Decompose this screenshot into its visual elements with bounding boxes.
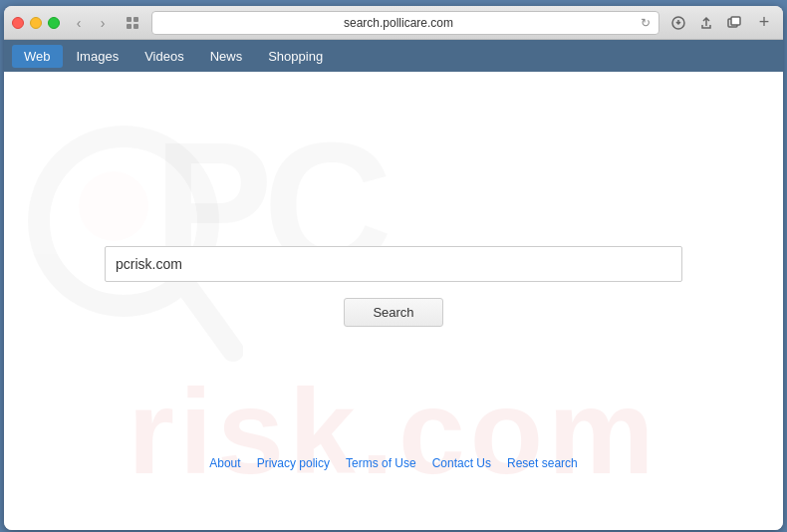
address-bar[interactable]: search.pollicare.com ↻ (151, 11, 659, 35)
search-button[interactable]: Search (344, 298, 442, 327)
maximize-button[interactable] (48, 17, 60, 29)
watermark-risk: risk.com (128, 363, 659, 500)
search-area: Search (105, 246, 682, 327)
reload-icon[interactable]: ↻ (641, 16, 651, 30)
page-content: PC risk.com Search About Privacy policy … (4, 72, 783, 530)
minimize-button[interactable] (30, 17, 42, 29)
search-input-wrapper (105, 246, 682, 282)
privacy-policy-link[interactable]: Privacy policy (257, 456, 330, 470)
traffic-lights (12, 17, 60, 29)
url-display: search.pollicare.com (160, 16, 637, 30)
svg-point-8 (79, 171, 148, 241)
add-tab-button[interactable]: + (753, 12, 775, 34)
browser-window: ‹ › search.pollicare.com ↻ (4, 6, 783, 530)
svg-rect-3 (133, 24, 138, 29)
reset-search-link[interactable]: Reset search (507, 456, 578, 470)
toolbar-icons (667, 12, 745, 34)
download-icon[interactable] (667, 12, 689, 34)
title-bar: ‹ › search.pollicare.com ↻ (4, 6, 783, 40)
svg-rect-1 (133, 17, 138, 22)
terms-of-use-link[interactable]: Terms of Use (346, 456, 416, 470)
tab-videos[interactable]: Videos (132, 45, 196, 68)
nav-tabs-bar: Web Images Videos News Shopping (4, 40, 783, 72)
forward-button[interactable]: › (92, 12, 114, 34)
tab-icon[interactable] (122, 12, 143, 34)
contact-us-link[interactable]: Contact Us (432, 456, 491, 470)
share-icon[interactable] (695, 12, 717, 34)
tab-news[interactable]: News (198, 45, 255, 68)
footer-links: About Privacy policy Terms of Use Contac… (209, 456, 577, 470)
svg-rect-0 (127, 17, 131, 22)
close-button[interactable] (12, 17, 24, 29)
svg-rect-6 (731, 17, 740, 25)
nav-buttons: ‹ › (68, 12, 114, 34)
search-input[interactable] (105, 246, 682, 282)
svg-rect-2 (127, 24, 131, 29)
tab-images[interactable]: Images (65, 45, 131, 68)
tab-web[interactable]: Web (12, 45, 63, 68)
new-window-icon[interactable] (723, 12, 745, 34)
about-link[interactable]: About (209, 456, 240, 470)
tab-shopping[interactable]: Shopping (256, 45, 335, 68)
back-button[interactable]: ‹ (68, 12, 90, 34)
